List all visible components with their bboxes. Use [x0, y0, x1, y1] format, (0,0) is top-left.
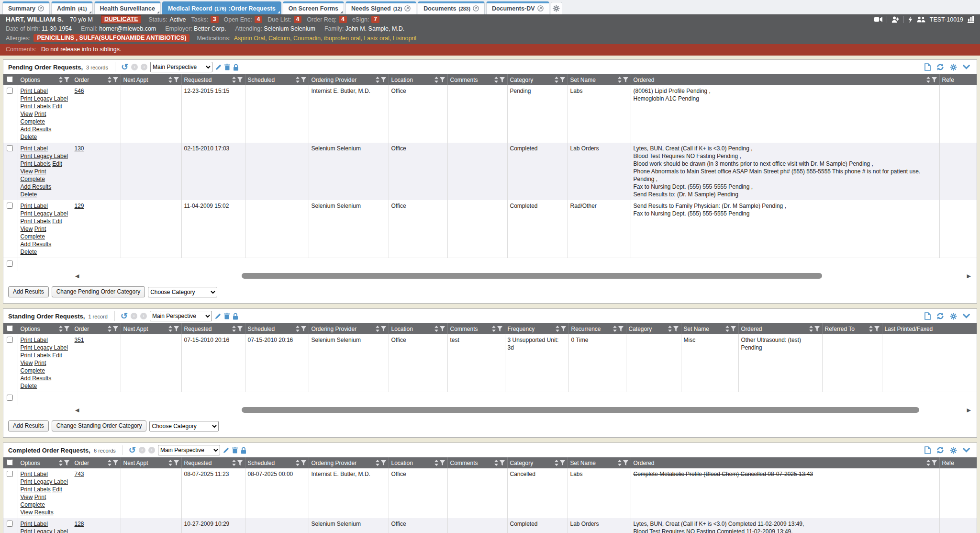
- filter-icon[interactable]: [497, 326, 502, 331]
- row-checkbox[interactable]: [7, 395, 13, 401]
- sort-icon[interactable]: [168, 460, 172, 466]
- sort-icon[interactable]: [869, 326, 873, 332]
- sort-icon[interactable]: [668, 326, 672, 332]
- filter-icon[interactable]: [440, 77, 445, 82]
- order-action-print-label[interactable]: Print Label: [21, 203, 48, 209]
- collapse-icon[interactable]: [963, 65, 970, 69]
- order-action-print-label[interactable]: Print Label: [21, 521, 48, 527]
- order-action-print-legacy-label[interactable]: Print Legacy Label: [21, 210, 68, 217]
- sort-icon[interactable]: [59, 77, 63, 83]
- order-number-link[interactable]: 129: [75, 203, 84, 209]
- sort-icon[interactable]: [376, 460, 379, 466]
- order-action-print-legacy-label[interactable]: Print Legacy Label: [21, 153, 68, 159]
- new-document-icon[interactable]: [924, 63, 931, 71]
- order-action-print-legacy-label[interactable]: Print Legacy Label: [21, 95, 68, 102]
- add-user-icon[interactable]: [891, 16, 899, 23]
- tab-admin[interactable]: Admin(41): [51, 1, 93, 14]
- sort-icon[interactable]: [492, 326, 496, 332]
- order-action-print-labels[interactable]: Print Labels: [21, 103, 51, 110]
- filter-icon[interactable]: [64, 326, 69, 331]
- filter-icon[interactable]: [237, 326, 243, 331]
- refresh-icon[interactable]: [936, 446, 944, 454]
- tab-documents-dv[interactable]: Documents-DV: [486, 1, 549, 14]
- order-action-print-labels[interactable]: Print Labels: [21, 160, 51, 167]
- select-all-checkbox[interactable]: [7, 459, 13, 465]
- edit-perspective-icon[interactable]: [215, 64, 222, 70]
- change-pending-order-category-button[interactable]: Change Pending Order Category: [52, 286, 145, 297]
- tab-health-surveillance[interactable]: Health Surveillance: [94, 1, 161, 14]
- order-number-link[interactable]: 130: [75, 145, 84, 152]
- popout-icon[interactable]: [38, 5, 44, 11]
- sort-icon[interactable]: [618, 77, 622, 83]
- order-number-link[interactable]: 743: [75, 471, 84, 477]
- row-checkbox[interactable]: [7, 261, 13, 267]
- filter-icon[interactable]: [500, 77, 505, 82]
- order-action-add-results[interactable]: Add Results: [21, 241, 52, 248]
- chart-icon[interactable]: [968, 16, 974, 23]
- filter-icon[interactable]: [560, 77, 565, 82]
- filter-icon[interactable]: [237, 77, 243, 82]
- edit-perspective-icon[interactable]: [223, 447, 229, 454]
- sort-icon[interactable]: [108, 326, 111, 332]
- sort-icon[interactable]: [613, 326, 617, 332]
- order-action-print[interactable]: Print: [34, 168, 46, 175]
- order-action-view[interactable]: View: [21, 360, 33, 366]
- filter-icon[interactable]: [301, 77, 306, 82]
- scroll-left-arrow[interactable]: ◀: [75, 273, 79, 279]
- order-action-delete[interactable]: Delete: [21, 191, 37, 198]
- order-action-delete[interactable]: Delete: [21, 383, 37, 389]
- tab-on-screen-forms[interactable]: On Screen Forms: [283, 1, 344, 14]
- sort-icon[interactable]: [108, 460, 111, 466]
- perspective-select[interactable]: Main Perspective: [150, 62, 212, 72]
- filter-icon[interactable]: [440, 326, 445, 331]
- prev-icon[interactable]: ‹: [131, 313, 137, 319]
- order-action-print-legacy-label[interactable]: Print Legacy Label: [21, 528, 68, 533]
- order-action-view[interactable]: View: [21, 168, 33, 175]
- order-action-view[interactable]: View: [21, 494, 33, 500]
- sort-icon[interactable]: [555, 77, 558, 83]
- order-action-print-label[interactable]: Print Label: [21, 337, 48, 343]
- filter-icon[interactable]: [623, 77, 628, 82]
- sort-icon[interactable]: [494, 460, 498, 466]
- filter-icon[interactable]: [237, 460, 243, 465]
- edit-perspective-icon[interactable]: [215, 313, 221, 319]
- sort-icon[interactable]: [434, 77, 438, 83]
- popout-icon[interactable]: [537, 5, 544, 11]
- filter-icon[interactable]: [500, 460, 505, 465]
- order-action-edit[interactable]: Edit: [52, 160, 62, 167]
- filter-icon[interactable]: [932, 460, 937, 465]
- filter-icon[interactable]: [301, 326, 306, 331]
- order-action-add-results[interactable]: Add Results: [21, 183, 52, 190]
- order-action-add-results[interactable]: Add Results: [21, 375, 52, 382]
- bolt-icon[interactable]: [908, 16, 913, 23]
- sort-icon[interactable]: [434, 326, 438, 332]
- sort-icon[interactable]: [296, 460, 300, 466]
- filter-icon[interactable]: [113, 326, 118, 331]
- sort-icon[interactable]: [618, 460, 622, 466]
- order-action-edit[interactable]: Edit: [52, 103, 62, 110]
- counter-badge[interactable]: 7: [371, 16, 379, 23]
- perspective-select[interactable]: Main Perspective: [150, 311, 212, 321]
- prev-icon[interactable]: ‹: [131, 64, 138, 70]
- lock-perspective-icon[interactable]: [241, 447, 246, 454]
- filter-icon[interactable]: [561, 326, 566, 331]
- order-action-print[interactable]: Print: [34, 111, 46, 117]
- delete-perspective-icon[interactable]: [232, 447, 238, 454]
- order-action-view[interactable]: View: [21, 226, 33, 232]
- delete-perspective-icon[interactable]: [224, 64, 230, 70]
- filter-icon[interactable]: [64, 77, 69, 82]
- sort-icon[interactable]: [59, 326, 63, 332]
- sort-icon[interactable]: [376, 77, 379, 83]
- sort-icon[interactable]: [108, 77, 111, 83]
- sort-icon[interactable]: [59, 460, 63, 466]
- lock-perspective-icon[interactable]: [233, 313, 238, 320]
- grid-settings-icon[interactable]: [950, 447, 957, 454]
- counter-badge[interactable]: 4: [255, 16, 263, 23]
- order-action-print-labels[interactable]: Print Labels: [21, 352, 51, 359]
- order-number-link[interactable]: 128: [75, 521, 84, 527]
- filter-icon[interactable]: [731, 326, 736, 331]
- scroll-thumb[interactable]: [242, 273, 823, 279]
- order-action-print-legacy-label[interactable]: Print Legacy Label: [21, 478, 68, 485]
- order-action-print-label[interactable]: Print Label: [21, 88, 48, 94]
- sort-icon[interactable]: [296, 326, 300, 332]
